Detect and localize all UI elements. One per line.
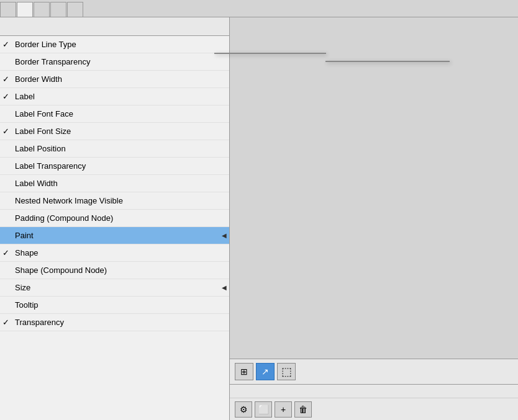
prop-item-tooltip[interactable]: Tooltip <box>0 297 229 314</box>
prop-item-border-transparency[interactable]: Border Transparency <box>0 53 229 71</box>
prop-item-shape[interactable]: ✓Shape <box>0 244 229 262</box>
layout-button[interactable]: ⬜ <box>255 401 272 418</box>
settings-button[interactable]: ⚙ <box>235 401 252 418</box>
prop-check-3: ✓ <box>2 92 15 101</box>
paint-menu <box>214 53 326 54</box>
submenu <box>325 61 450 62</box>
prop-name-10: Padding (Compound Node) <box>15 213 224 223</box>
right-bottom-area: ⊞ ↗ ⬚ ⚙ ⬜ + 🗑 <box>230 359 518 420</box>
prop-item-label[interactable]: ✓Label <box>0 88 229 105</box>
prop-item-shape-compound-node[interactable]: Shape (Compound Node) <box>0 262 229 279</box>
prop-name-5: Label Font Size <box>15 127 224 136</box>
prop-item-transparency[interactable]: ✓Transparency <box>0 314 229 331</box>
delete-button[interactable]: 🗑 <box>294 401 312 418</box>
tab-network[interactable] <box>0 2 16 17</box>
prop-item-padding-compound-node[interactable]: Padding (Compound Node) <box>0 210 229 227</box>
right-panel: ⊞ ↗ ⬚ ⚙ ⬜ + 🗑 <box>230 17 518 420</box>
export-button[interactable]: ⬚ <box>277 363 296 380</box>
prop-check-12: ✓ <box>2 248 15 257</box>
grid-button[interactable]: ⊞ <box>235 363 253 380</box>
prop-name-9: Nested Network Image Visible <box>15 196 224 205</box>
prop-check-2: ✓ <box>2 74 15 84</box>
tab-annotation[interactable] <box>50 2 66 17</box>
prop-name-0: Border Line Type <box>15 40 224 49</box>
prop-item-size[interactable]: Size <box>0 279 229 297</box>
prop-item-border-line-type[interactable]: ✓Border Line Type <box>0 36 229 53</box>
prop-item-label-font-face[interactable]: Label Font Face <box>0 105 229 123</box>
prop-item-paint[interactable]: Paint <box>0 227 229 244</box>
prop-name-14: Size <box>15 283 224 292</box>
tab-style[interactable] <box>17 2 33 17</box>
submenu-container <box>325 61 450 62</box>
right-top-area <box>230 17 518 359</box>
tab-bar <box>0 0 518 17</box>
prop-name-11: Paint <box>15 231 224 240</box>
prop-name-13: Shape (Compound Node) <box>15 266 224 275</box>
prop-item-label-transparency[interactable]: Label Transparency <box>0 158 229 175</box>
main-area: ✓Border Line TypeBorder Transparency✓Bor… <box>0 17 518 420</box>
table-panel-label <box>230 384 518 398</box>
prop-name-3: Label <box>15 92 224 101</box>
prop-name-7: Label Transparency <box>15 161 224 171</box>
prop-item-border-width[interactable]: ✓Border Width <box>0 71 229 88</box>
toolbar-row: ⊞ ↗ ⬚ <box>230 359 518 384</box>
paint-dropdown <box>214 53 326 54</box>
prop-check-16: ✓ <box>2 318 15 327</box>
prop-item-label-position[interactable]: Label Position <box>0 140 229 158</box>
prop-item-label-font-size[interactable]: ✓Label Font Size <box>0 123 229 140</box>
properties-list: ✓Border Line TypeBorder Transparency✓Bor… <box>0 36 229 420</box>
prop-name-4: Label Font Face <box>15 109 224 118</box>
share-button[interactable]: ↗ <box>256 363 275 380</box>
prop-name-1: Border Transparency <box>15 57 224 66</box>
prop-check-5: ✓ <box>2 127 15 136</box>
prop-name-16: Transparency <box>15 318 224 327</box>
left-panel: ✓Border Line TypeBorder Transparency✓Bor… <box>0 17 230 420</box>
prop-name-8: Label Width <box>15 179 224 188</box>
tab-select[interactable] <box>34 2 50 17</box>
add-button[interactable]: + <box>275 401 292 418</box>
prop-name-12: Shape <box>15 248 224 257</box>
prop-item-nested-network-image-visible[interactable]: Nested Network Image Visible <box>0 192 229 210</box>
prop-name-6: Label Position <box>15 144 224 153</box>
prop-check-0: ✓ <box>2 40 15 49</box>
prop-name-15: Tooltip <box>15 300 224 310</box>
network-analyzer-bar <box>0 17 229 36</box>
prop-item-label-width[interactable]: Label Width <box>0 175 229 192</box>
prop-name-2: Border Width <box>15 74 224 84</box>
table-toolbar: ⚙ ⬜ + 🗑 <box>230 398 518 420</box>
tab-cytohubba[interactable] <box>67 2 83 17</box>
